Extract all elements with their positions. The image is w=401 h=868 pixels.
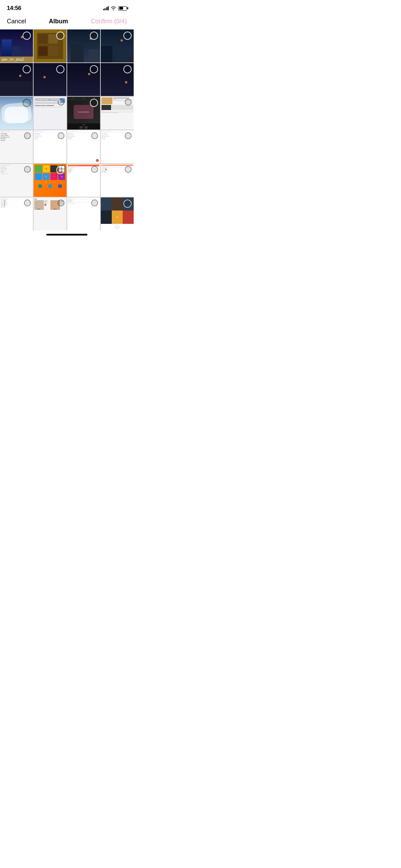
photo-9[interactable]: [0, 97, 33, 130]
select-circle-18[interactable]: [56, 166, 64, 174]
select-circle-9[interactable]: [23, 99, 31, 107]
select-circle-23[interactable]: [91, 200, 98, 206]
select-circle-19[interactable]: [91, 166, 98, 173]
select-circle-6[interactable]: [56, 65, 64, 73]
photo-4[interactable]: [101, 29, 134, 62]
select-circle-14[interactable]: [58, 132, 64, 139]
album-title: Album: [49, 18, 68, 25]
select-circle-24[interactable]: [123, 200, 132, 208]
photo-21[interactable]: Selling points (Optional) Nice Fleece Ma…: [0, 197, 33, 230]
photo-6[interactable]: [34, 63, 66, 96]
select-circle-11[interactable]: [90, 99, 98, 107]
photo-3[interactable]: [67, 29, 100, 62]
battery-icon: [118, 6, 127, 11]
photo-10[interactable]: 2. How do I access the affiliate program…: [34, 97, 66, 130]
select-circle-15[interactable]: [91, 132, 98, 139]
photo-7[interactable]: [67, 63, 100, 96]
select-circle-5[interactable]: [23, 65, 31, 73]
photo-18[interactable]: ★ Z ♪ ★ Keynote 数字 Numbers Pages: [34, 164, 66, 197]
photo-24[interactable]: + +: [101, 197, 134, 230]
photo-17[interactable]: Selling points (Optional) Free shipping …: [0, 164, 33, 197]
select-circle-12[interactable]: [125, 99, 132, 106]
confirm-button[interactable]: Confirm (0/4): [91, 18, 127, 25]
select-circle-4[interactable]: [123, 32, 132, 40]
select-circle-1[interactable]: [23, 32, 31, 40]
select-circle-20[interactable]: [125, 166, 132, 173]
status-bar: 14:56: [0, 0, 134, 14]
select-circle-16[interactable]: [125, 132, 132, 139]
home-indicator-bar: [46, 234, 87, 236]
status-time: 14:56: [7, 5, 21, 12]
photo-2[interactable]: [34, 29, 66, 62]
photo-11[interactable]: 000 RefundRunNumOptim Creator Newsletter…: [67, 97, 100, 130]
photo-8[interactable]: [101, 63, 134, 96]
photo-23[interactable]: Selling points (Optional) Free shipping …: [67, 197, 100, 230]
home-indicator-area: [0, 230, 134, 238]
nav-bar: Cancel Album Confirm (0/4): [0, 14, 134, 29]
select-circle-2[interactable]: [56, 32, 64, 40]
photo-16[interactable]: Selling points (Optional) Free shipping …: [101, 130, 134, 163]
photo-grid: ppe_vm_plus2: [0, 29, 134, 230]
select-circle-17[interactable]: [24, 166, 31, 173]
signal-icon: [103, 6, 109, 10]
photo-13[interactable]: Selling points (Optional) Free shipping …: [0, 130, 33, 163]
select-circle-7[interactable]: [90, 65, 98, 73]
status-icons: [103, 6, 127, 11]
photo-14[interactable]: Selling points (Optional) Free shipping …: [34, 130, 66, 163]
select-circle-21[interactable]: [24, 200, 31, 206]
select-circle-3[interactable]: [90, 32, 98, 40]
select-circle-13[interactable]: [24, 132, 31, 139]
select-circle-22[interactable]: [58, 200, 64, 206]
photo-20[interactable]: Exceed character link... Selling points …: [101, 164, 134, 197]
photo-12[interactable]: £25.00 £1.00 7775 2022 New Heart Shaped …: [101, 97, 134, 130]
select-circle-8[interactable]: [123, 65, 132, 73]
cancel-button[interactable]: Cancel: [7, 18, 26, 25]
wifi-icon: [111, 6, 116, 10]
photo-19[interactable]: Hurry - Ends tomorrow! Selling points (O…: [67, 164, 100, 197]
photo-22[interactable]: Links × MULES MULES WANITA WAL... Rp88.4…: [34, 197, 66, 230]
select-circle-10[interactable]: [58, 99, 64, 106]
photo-15[interactable]: Selling points (Optional) Free shipping …: [67, 130, 100, 163]
photo-label-1: ppe_vm_plus2: [0, 57, 33, 62]
photo-5[interactable]: [0, 63, 33, 96]
photo-1[interactable]: ppe_vm_plus2: [0, 29, 33, 62]
